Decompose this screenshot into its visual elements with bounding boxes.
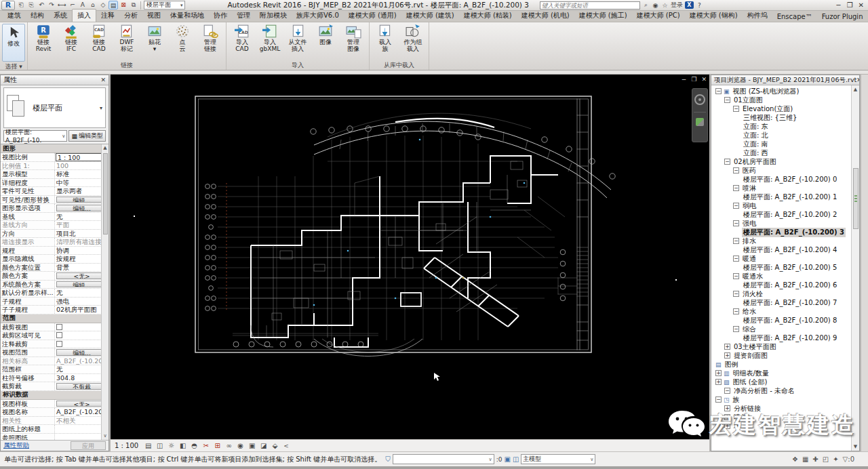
expand-icon[interactable]: +	[724, 344, 730, 350]
tree-item[interactable]: −综合	[711, 325, 859, 333]
collapse-icon[interactable]: −	[733, 326, 739, 332]
collapse-icon[interactable]: −	[715, 88, 722, 94]
collapse-icon[interactable]: −	[733, 273, 739, 279]
expand-icon[interactable]: +	[724, 414, 730, 420]
tab-10[interactable]: 附加模块	[255, 9, 292, 22]
editing-requests-badge[interactable]: :0	[496, 456, 502, 463]
sun-path-button[interactable]: ☼	[167, 441, 176, 450]
design-options-icon[interactable]: ◫	[513, 455, 519, 463]
expand-icon[interactable]: +	[715, 379, 722, 385]
manage-images-button[interactable]: 管理 图像	[340, 23, 367, 52]
project-browser-header[interactable]: 项目浏览器 - BJY_MEP_B2 2021年01月06号.rvt ✕	[711, 75, 859, 85]
properties-section-header[interactable]: 范围∧	[1, 314, 108, 323]
restore-button[interactable]: ❐	[847, 1, 853, 9]
decal-button[interactable]: 贴花 ▾	[141, 23, 168, 52]
minimize-button[interactable]: −	[835, 1, 841, 9]
image-button[interactable]: 图像	[312, 23, 339, 45]
favorites-star-icon[interactable]: ☆	[661, 2, 669, 9]
property-value[interactable]: 1 : 100	[56, 153, 108, 161]
collapse-icon[interactable]: −	[724, 388, 730, 394]
tab-16[interactable]: 建模大师 (施工)	[574, 9, 632, 22]
tab-4[interactable]: 注释	[96, 9, 119, 22]
tree-item[interactable]: 立面: 东	[711, 122, 859, 131]
type-selector[interactable]: 楼层平面 ▾	[3, 87, 106, 128]
property-edit-button[interactable]: 不剪裁	[56, 383, 107, 390]
tree-item[interactable]: 楼层平面: A_B2F_(-10.200) 8	[711, 316, 859, 325]
active-workset-dropdown[interactable]: ∨	[393, 454, 494, 464]
tree-item[interactable]: ▤图例	[711, 360, 859, 369]
tree-item[interactable]: +喷头	[711, 413, 859, 422]
tab-1[interactable]: 结构	[26, 9, 49, 22]
expand-icon[interactable]: +	[724, 405, 730, 411]
dwf-markup-button[interactable]: DWF 标记	[113, 23, 140, 52]
tab-12[interactable]: 建模大师 (通用)	[344, 9, 401, 22]
collapse-icon[interactable]: −	[733, 185, 739, 191]
search-icon[interactable]: ⌕	[642, 1, 650, 9]
tab-8[interactable]: 协作	[209, 9, 232, 22]
expand-icon[interactable]: +	[715, 370, 722, 376]
tab-17[interactable]: 建模大师 (PC)	[632, 9, 685, 22]
collapse-icon[interactable]: −	[733, 167, 739, 174]
close-hidden-windows-button[interactable]: ⊠	[119, 1, 128, 9]
tree-item[interactable]: 楼层平面: A_B2F_(-10.200) 7	[711, 298, 859, 307]
tab-5[interactable]: 分析	[119, 9, 142, 22]
tab-0[interactable]: 建筑	[3, 9, 26, 22]
apply-button[interactable]: 应用	[71, 441, 106, 450]
edit-type-button[interactable]: ▦ 编辑类型	[68, 130, 106, 142]
tab-7[interactable]: 体量和场地	[165, 9, 209, 22]
select-links-toggle[interactable]: ❖	[792, 455, 798, 463]
collapse-icon[interactable]: −	[733, 308, 739, 314]
view-restore-button[interactable]: ❐	[691, 76, 696, 83]
load-family-button[interactable]: 载入 族	[372, 23, 399, 52]
collapse-icon[interactable]: −	[715, 396, 722, 403]
collapse-icon[interactable]: −	[733, 106, 739, 112]
link-revit-button[interactable]: R链接 Revit	[30, 23, 57, 52]
tree-item[interactable]: −▣视图 (ZS-机电浏览器)	[711, 87, 859, 96]
shadows-button[interactable]: ◧	[178, 441, 187, 450]
undo-button[interactable]: ↶	[37, 1, 46, 9]
property-checkbox[interactable]	[56, 324, 62, 330]
modify-button[interactable]: 修改	[2, 24, 25, 62]
tree-item[interactable]: −给水	[711, 307, 859, 316]
tab-11[interactable]: 族库大师V6.0	[292, 9, 344, 22]
point-cloud-button[interactable]: 点 云	[169, 23, 196, 52]
expand-icon[interactable]: +	[724, 352, 730, 359]
view-scale-button[interactable]: 1 : 100	[115, 442, 138, 449]
property-checkbox[interactable]	[56, 332, 62, 338]
tree-item[interactable]: −喷淋	[711, 184, 859, 192]
collapse-icon[interactable]: −	[733, 256, 739, 262]
tab-2[interactable]: 系统	[49, 9, 72, 22]
scrollbar-thumb[interactable]	[853, 168, 859, 229]
collapse-icon[interactable]: −	[733, 203, 739, 209]
select-by-face-toggle[interactable]: ◰	[823, 455, 829, 463]
communication-center-icon[interactable]: ◉	[652, 2, 659, 9]
tree-item[interactable]: +分析链接	[711, 404, 859, 413]
view-type-dropdown[interactable]: 楼层平面 ▾	[144, 1, 186, 9]
revit-application-menu-button[interactable]: R	[1, 1, 15, 10]
tree-item[interactable]: −Elevation(立面)	[711, 104, 859, 113]
tab-9[interactable]: 管理	[232, 9, 255, 22]
insert-from-file-button[interactable]: 从文件 插入	[284, 23, 311, 52]
thin-lines-button[interactable]: ▤	[108, 1, 118, 9]
properties-help-link[interactable]: 属性帮助	[3, 441, 29, 450]
tree-item[interactable]: 立面: 南	[711, 140, 859, 148]
property-edit-button[interactable]: 编辑...	[56, 197, 107, 203]
tree-item[interactable]: −强电	[711, 219, 859, 228]
tree-item[interactable]: −01立面图	[711, 96, 859, 104]
tree-item[interactable]: 楼层平面: A_B2F_(-10.200) 9	[711, 333, 859, 342]
tree-item[interactable]: 楼层平面: A_B2F_(-10.200) 6	[711, 281, 859, 289]
tab-19[interactable]: 构件坞	[743, 9, 772, 22]
close-button[interactable]: ✕	[859, 1, 864, 9]
tree-item[interactable]: −◳族	[711, 395, 859, 404]
exchange-apps-icon[interactable]: X	[685, 1, 694, 9]
navigation-bar[interactable]	[692, 88, 708, 142]
tab-18[interactable]: 建模大师 (钢构)	[685, 9, 743, 22]
close-icon[interactable]: ✕	[100, 77, 106, 83]
infocenter-search-input[interactable]	[540, 1, 640, 9]
property-edit-button[interactable]: <无>	[56, 272, 107, 279]
visual-style-button[interactable]: ◫	[155, 441, 164, 450]
detail-level-button[interactable]: ▤	[144, 441, 153, 450]
analytical-model-button[interactable]: ⬙	[271, 441, 279, 450]
show-rendering-dialog-button[interactable]: ◓	[190, 441, 199, 450]
tree-item[interactable]: −医药	[711, 166, 859, 175]
